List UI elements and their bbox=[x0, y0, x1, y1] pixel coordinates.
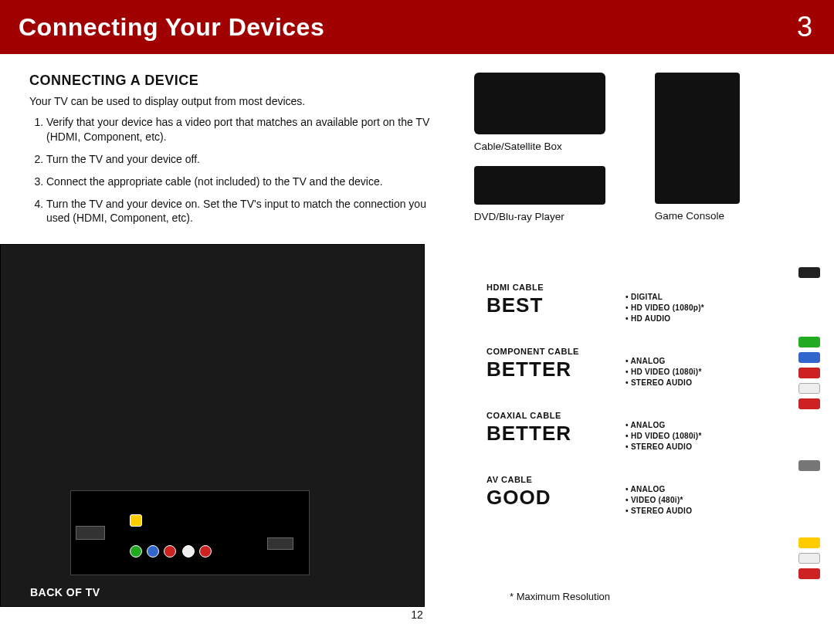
chapter-banner: Connecting Your Devices 3 bbox=[0, 0, 834, 54]
cable-row-hdmi: HDMI CABLE • DIGITAL • HD VIDEO (1080p)*… bbox=[486, 283, 718, 317]
cable-features: • ANALOG • VIDEO (480i)* • STEREO AUDIO bbox=[626, 484, 692, 517]
section-heading: CONNECTING A DEVICE bbox=[29, 73, 443, 89]
tv-back-panel: BACK OF TV bbox=[0, 244, 425, 607]
step-3: Connect the appropriate cable (not inclu… bbox=[46, 175, 443, 189]
cable-name: HDMI CABLE bbox=[486, 283, 718, 292]
port-hdmi bbox=[76, 526, 105, 540]
step-4: Turn the TV and your device on. Set the … bbox=[46, 197, 443, 226]
game-console-icon bbox=[655, 73, 740, 204]
port-audio-l bbox=[182, 545, 195, 558]
port-av-video bbox=[130, 514, 142, 527]
game-console-label: Game Console bbox=[655, 210, 812, 222]
chapter-number: 3 bbox=[797, 11, 812, 43]
page-number: 12 bbox=[0, 607, 834, 621]
chapter-title: Connecting Your Devices bbox=[19, 13, 324, 42]
cable-name: COAXIAL CABLE bbox=[486, 411, 718, 420]
cable-row-coax: COAXIAL CABLE • ANALOG • HD VIDEO (1080i… bbox=[486, 411, 718, 446]
step-1: Verify that your device has a video port… bbox=[46, 115, 443, 144]
instructions-column: CONNECTING A DEVICE Your TV can be used … bbox=[29, 73, 443, 236]
cable-name: AV CABLE bbox=[486, 475, 718, 484]
steps-list: Verify that your device has a video port… bbox=[29, 115, 443, 225]
cable-name: COMPONENT CABLE bbox=[486, 347, 718, 356]
hdmi-plug-icon bbox=[798, 267, 820, 278]
footnote: * Maximum Resolution bbox=[510, 591, 610, 602]
intro-text: Your TV can be used to display output fr… bbox=[29, 95, 443, 107]
cable-box-label: Cable/Satellite Box bbox=[474, 141, 632, 152]
content-row: CONNECTING A DEVICE Your TV can be used … bbox=[0, 54, 834, 244]
cable-features: • DIGITAL • HD VIDEO (1080p)* • HD AUDIO bbox=[626, 292, 704, 324]
step-2: Turn the TV and your device off. bbox=[46, 152, 443, 167]
back-of-tv-label: BACK OF TV bbox=[30, 586, 100, 598]
port-panel bbox=[70, 490, 310, 575]
bluray-label: DVD/Blu-ray Player bbox=[474, 211, 632, 222]
bluray-icon bbox=[474, 166, 605, 205]
port-component-y bbox=[130, 545, 142, 558]
devices-column: Cable/Satellite Box DVD/Blu-ray Player G… bbox=[474, 73, 812, 236]
cable-features: • ANALOG • HD VIDEO (1080i)* • STEREO AU… bbox=[626, 356, 702, 388]
cable-row-component: COMPONENT CABLE • ANALOG • HD VIDEO (108… bbox=[486, 347, 718, 381]
port-component-pb bbox=[147, 545, 159, 558]
cable-row-av: AV CABLE • ANALOG • VIDEO (480i)* • STER… bbox=[486, 475, 718, 510]
port-component-pr bbox=[164, 545, 176, 558]
component-plugs-icon bbox=[798, 337, 820, 409]
coax-plug-icon bbox=[798, 460, 820, 471]
port-audio-r bbox=[199, 545, 212, 558]
cable-features: • ANALOG • HD VIDEO (1080i)* • STEREO AU… bbox=[626, 420, 702, 452]
port-usb bbox=[267, 537, 293, 550]
cable-box-icon bbox=[474, 73, 605, 134]
av-plugs-icon bbox=[798, 537, 820, 579]
cable-quality-column: HDMI CABLE • DIGITAL • HD VIDEO (1080p)*… bbox=[486, 283, 718, 539]
diagram-area: BACK OF TV HDMI CABLE • DIGITAL • HD VID… bbox=[0, 244, 834, 607]
